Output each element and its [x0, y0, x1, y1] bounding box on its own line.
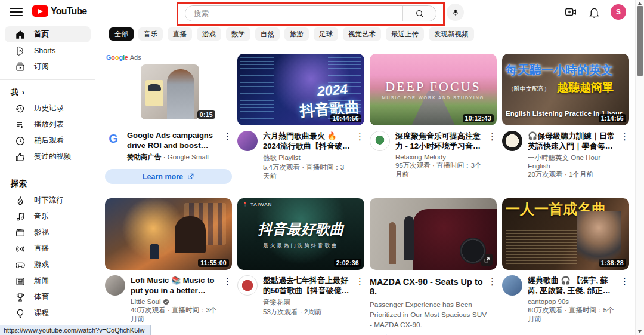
video-title[interactable]: Lofi Music 📚 Music to put you in a bette… [131, 275, 218, 296]
ad-brand-label: Google Ads [106, 54, 232, 61]
more-options-icon[interactable]: ⋮ [620, 275, 629, 324]
notifications-button[interactable] [587, 5, 602, 20]
chip-live[interactable]: 直播 [168, 27, 192, 41]
sidebar-item-home[interactable]: 首页 [5, 26, 91, 42]
chip-music[interactable]: 音乐 [138, 27, 163, 41]
account-avatar[interactable]: S [611, 4, 626, 20]
menu-icon[interactable] [10, 5, 23, 19]
channel-avatar[interactable] [105, 275, 125, 296]
chip-soccer[interactable]: 足球 [314, 27, 338, 41]
channel-name[interactable]: 熱歌 Playlist [263, 153, 350, 162]
sidebar-item-label: 直播 [34, 244, 49, 254]
more-options-icon[interactable]: ⋮ [223, 130, 232, 162]
video-title[interactable]: 六月熱門歌曲最火 🔥 2024流行歌曲【抖音破億神曲】Tiktok 抖音... [263, 131, 350, 151]
ad-title[interactable]: Google Ads campaigns drive ROI and boost… [127, 130, 218, 150]
chip-travel[interactable]: 旅游 [284, 27, 309, 41]
chip-recently-uploaded[interactable]: 最近上传 [386, 27, 424, 41]
channel-avatar[interactable] [237, 131, 258, 151]
youtube-logo-text: YouTube [51, 6, 86, 17]
sidebar-item-trending[interactable]: 时下流行 [5, 192, 91, 208]
more-options-icon[interactable]: ⋮ [488, 270, 497, 335]
advertiser-avatar[interactable]: G [105, 130, 122, 147]
sidebar-item-news[interactable]: 新闻 [5, 273, 91, 289]
topbar-actions: S [563, 4, 626, 20]
search-bar [185, 5, 436, 21]
channel-avatar[interactable] [502, 275, 522, 296]
trophy-icon [15, 292, 26, 303]
video-grid-row-1: Google Ads 0:15 G Google Ads campaigns d… [105, 54, 629, 184]
video-thumbnail[interactable]: 11:55:00 [105, 198, 232, 270]
sidebar-item-courses[interactable]: 课程 [5, 305, 91, 321]
learn-more-button[interactable]: Learn more [105, 169, 232, 184]
voice-search-button[interactable] [447, 4, 464, 21]
sidebar-item-label: 播放列表 [34, 119, 64, 130]
channel-name[interactable]: Little Soul [131, 298, 218, 305]
search-icon [415, 9, 425, 19]
newspaper-icon [15, 276, 26, 287]
page-scrollbar[interactable] [635, 0, 644, 335]
channel-name[interactable]: cantopop 90s [528, 298, 615, 305]
scrollbar-thumb[interactable] [637, 6, 643, 76]
video-thumbnail[interactable]: DEEP FOCUS MUSIC FOR WORK AND STUDYING 1… [370, 54, 497, 125]
channel-name-text: Little Soul [131, 298, 161, 305]
sidebar-item-me[interactable]: 我 › [0, 85, 95, 100]
ad-title[interactable]: MAZDA CX-90 - Seats Up to 8. [370, 277, 488, 296]
filter-chip-bar: 全部 音乐 直播 游戏 数学 自然 旅游 足球 视觉艺术 最近上传 发现新视频 [109, 27, 474, 41]
video-thumbnail[interactable]: 每天聽一小時的英文 （附中文配音） 越聽越簡單 English Listenin… [502, 54, 629, 125]
video-title[interactable]: 深度聚焦音乐可提高注意力 - 12小时环境学习音乐可集中注意力... [395, 131, 482, 151]
me-label: 我 [11, 87, 18, 98]
sidebar-divider [0, 170, 95, 170]
sidebar-item-movies[interactable]: 影视 [5, 225, 91, 241]
sidebar-item-liked-videos[interactable]: 赞过的视频 [5, 149, 91, 165]
duration-badge: 11:55:00 [198, 259, 229, 267]
search-button[interactable] [402, 6, 436, 21]
channel-avatar[interactable] [370, 131, 390, 151]
more-options-icon[interactable]: ⋮ [620, 131, 629, 179]
sidebar-item-music[interactable]: 音乐 [5, 208, 91, 225]
channel-name[interactable]: 音樂花園 [263, 298, 350, 307]
youtube-logo[interactable]: YouTube [32, 5, 86, 17]
scroll-down-arrow-icon[interactable] [638, 330, 642, 333]
sidebar-item-sports[interactable]: 体育 [5, 289, 91, 305]
ad-thumbnail[interactable]: 0:15 [105, 64, 232, 122]
sidebar-item-subscriptions[interactable]: 订阅 [5, 59, 91, 75]
create-button[interactable] [563, 5, 578, 20]
sidebar-item-watch-later[interactable]: 稍后观看 [5, 133, 91, 149]
chip-nature[interactable]: 自然 [255, 27, 280, 41]
clapperboard-icon [15, 228, 26, 238]
channel-avatar[interactable] [237, 275, 258, 296]
more-options-icon[interactable]: ⋮ [355, 275, 364, 316]
video-title[interactable]: 盤點過去七年抖音上最好的50首歌曲【抖音破億神曲】你的答案,... [263, 275, 350, 296]
video-title[interactable]: 🎧保母級聽力訓練｜日常英語快速入門｜學會每天必用的英文句... [528, 131, 615, 151]
sidebar-item-live[interactable]: 直播 [5, 241, 91, 257]
playlist-icon [15, 119, 26, 130]
chip-all[interactable]: 全部 [109, 27, 134, 41]
more-options-icon[interactable]: ⋮ [223, 275, 232, 324]
sidebar-item-shorts[interactable]: Shorts [5, 42, 91, 59]
thumbnail-text: MUSIC FOR WORK AND STUDYING [370, 96, 497, 100]
sidebar-item-playlists[interactable]: 播放列表 [5, 116, 91, 133]
search-input[interactable] [185, 6, 402, 21]
sidebar-item-label: 订阅 [34, 62, 49, 72]
video-thumbnail[interactable]: 一人一首成名曲 1:38:28 [502, 198, 629, 270]
video-thumbnail[interactable]: 📍 TAIWAN 抖音最好歌曲 最火最热门洗脑抖音歌曲 2:02:36 [237, 198, 364, 270]
scroll-up-arrow-icon[interactable] [638, 2, 642, 5]
sidebar-item-label: 课程 [34, 308, 49, 318]
ad-thumbnail[interactable] [370, 198, 497, 270]
chip-new-to-you[interactable]: 发现新视频 [429, 27, 474, 41]
more-options-icon[interactable]: ⋮ [488, 131, 497, 179]
video-title[interactable]: 經典歌曲 🎧 【張宇, 蘇芮, 巫啟賢, 王傑, 邰正宵, 林憶蓮, 張信哲,.… [528, 275, 615, 296]
chip-math[interactable]: 数学 [226, 27, 250, 41]
chip-gaming[interactable]: 游戏 [197, 27, 221, 41]
thumbnail-text: 越聽越簡單 [557, 80, 614, 96]
chip-visual-arts[interactable]: 视觉艺术 [343, 27, 381, 41]
sidebar-item-gaming[interactable]: 游戏 [5, 257, 91, 273]
sidebar-item-history[interactable]: 历史记录 [5, 100, 91, 116]
more-options-icon[interactable]: ⋮ [355, 131, 364, 181]
channel-name[interactable]: Relaxing Melody [395, 153, 482, 161]
channel-avatar[interactable] [502, 131, 522, 151]
channel-name[interactable]: 一小時聽英文 One Hour English [528, 153, 615, 170]
sidebar-item-label: 音乐 [34, 211, 49, 222]
video-thumbnail[interactable]: 2024 抖音歌曲 10:44:56 [237, 54, 364, 125]
microphone-icon [451, 8, 460, 17]
